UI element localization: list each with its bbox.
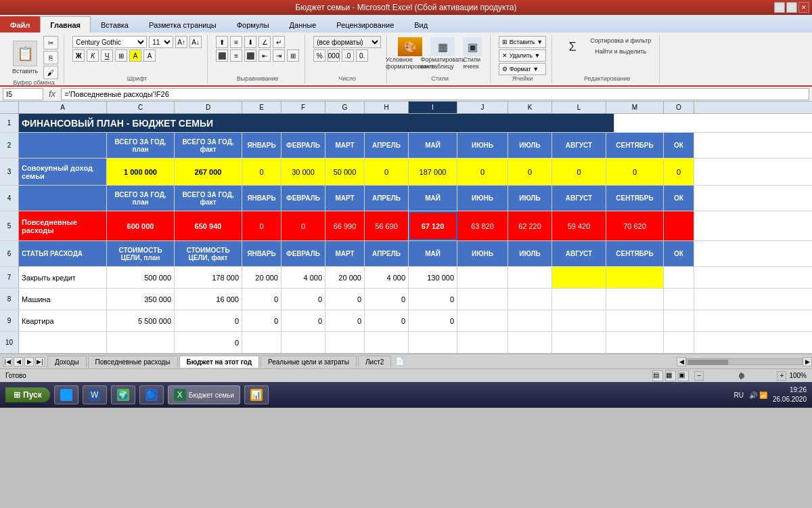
cell-k7[interactable] — [508, 267, 552, 288]
cell-k5[interactable]: 62 220 — [508, 211, 552, 240]
delete-cell-btn[interactable]: ✕ Удалить ▼ — [499, 49, 546, 62]
borders-btn[interactable]: ⊞ — [115, 49, 127, 62]
col-f-header[interactable]: F — [281, 102, 325, 113]
find-select-btn[interactable]: Найти и выделить — [587, 47, 654, 56]
cell-f5[interactable]: 0 — [281, 211, 325, 240]
cell-f10[interactable] — [281, 332, 325, 353]
format-as-table-btn[interactable]: ▦ Форматировать как таблицу — [428, 36, 457, 71]
cell-j5[interactable]: 63 820 — [457, 211, 508, 240]
cell-j8[interactable] — [457, 289, 508, 310]
cell-k6[interactable]: ИЮЛЬ — [508, 241, 552, 266]
cell-i8[interactable]: 0 — [409, 289, 457, 310]
horizontal-scrollbar[interactable]: ◀ ▶ — [677, 357, 812, 366]
cell-e5[interactable]: 0 — [242, 211, 281, 240]
cell-e4[interactable]: ЯНВАРЬ — [242, 186, 281, 211]
sheet-tab-sheet2[interactable]: Лист2 — [358, 356, 391, 368]
cell-n6[interactable]: ОК — [664, 241, 694, 266]
cell-k4[interactable]: ИЮЛЬ — [508, 186, 552, 211]
cell-g5[interactable]: 66 990 — [325, 211, 365, 240]
cell-d3[interactable]: 267 000 — [175, 158, 242, 185]
cell-e9[interactable]: 0 — [242, 310, 281, 331]
cell-d2[interactable]: ВСЕГО ЗА ГОД, факт — [175, 133, 242, 158]
cell-m5[interactable]: 70 620 — [606, 211, 664, 240]
cell-c8[interactable]: 350 000 — [107, 289, 175, 310]
cell-l10[interactable] — [552, 332, 606, 353]
sheet-tab-goals[interactable]: Реальные цели и затраты — [261, 356, 357, 368]
cell-d4[interactable]: ВСЕГО ЗА ГОД, факт — [175, 186, 242, 211]
cell-h7[interactable]: 4 000 — [365, 267, 409, 288]
sheet-last-btn[interactable]: ▶| — [35, 357, 45, 366]
tab-insert[interactable]: Вставка — [91, 16, 139, 33]
cell-g9[interactable]: 0 — [325, 310, 365, 331]
zoom-out-btn[interactable]: − — [694, 371, 704, 381]
col-l-header[interactable]: L — [552, 102, 606, 113]
cell-c5[interactable]: 600 000 — [107, 211, 175, 240]
cell-c7[interactable]: 500 000 — [107, 267, 175, 288]
cell-j10[interactable] — [457, 332, 508, 353]
cell-m4[interactable]: СЕНТЯБРЬ — [606, 186, 664, 211]
cell-a6[interactable]: СТАТЬЯ РАСХОДА — [19, 241, 107, 266]
increase-indent-btn[interactable]: ⇥ — [273, 49, 285, 62]
cell-m3[interactable]: 0 — [606, 158, 664, 185]
cell-h10[interactable] — [365, 332, 409, 353]
tab-formulas[interactable]: Формулы — [227, 16, 279, 33]
align-center-btn[interactable]: ≡ — [230, 49, 242, 62]
window-controls[interactable]: ─ □ ✕ — [774, 2, 809, 13]
scroll-left-btn[interactable]: ◀ — [677, 357, 686, 366]
col-a-header[interactable]: A — [19, 102, 107, 113]
cell-d5[interactable]: 650 940 — [175, 211, 242, 240]
cell-j2[interactable]: ИЮНЬ — [457, 133, 508, 158]
cell-a3[interactable]: Совокупный доход семьи — [19, 158, 107, 185]
cell-j4[interactable]: ИЮНЬ — [457, 186, 508, 211]
cell-l7[interactable] — [552, 267, 606, 288]
cell-d7[interactable]: 178 000 — [175, 267, 242, 288]
cell-e10[interactable] — [242, 332, 281, 353]
cell-n7[interactable] — [664, 267, 694, 288]
cell-l5[interactable]: 59 420 — [552, 211, 606, 240]
col-k-header[interactable]: K — [508, 102, 552, 113]
cell-c2[interactable]: ВСЕГО ЗА ГОД, план — [107, 133, 175, 158]
format-cell-btn[interactable]: ⚙ Формат ▼ — [499, 63, 546, 75]
cell-i5[interactable]: 67 120 — [409, 211, 457, 240]
cell-i6[interactable]: МАЙ — [409, 241, 457, 266]
cell-a9[interactable]: Квартира — [19, 310, 107, 331]
tab-file[interactable]: Файл — [0, 16, 40, 33]
increase-decimal-btn[interactable]: .0 — [342, 49, 354, 62]
scroll-thumb[interactable] — [687, 360, 728, 365]
taskbar-app-app6[interactable]: 📊 — [244, 385, 269, 404]
percent-btn[interactable]: % — [313, 49, 325, 62]
cell-n8[interactable] — [664, 289, 694, 310]
cell-j6[interactable]: ИЮНЬ — [457, 241, 508, 266]
cell-l6[interactable]: АВГУСТ — [552, 241, 606, 266]
font-size-select[interactable]: 11 — [149, 36, 173, 48]
font-color-btn[interactable]: A — [143, 49, 156, 62]
cell-c9[interactable]: 5 500 000 — [107, 310, 175, 331]
decrease-indent-btn[interactable]: ⇤ — [258, 49, 271, 62]
cell-k2[interactable]: ИЮЛЬ — [508, 133, 552, 158]
cell-i7[interactable]: 130 000 — [409, 267, 457, 288]
cell-h6[interactable]: АПРЕЛЬ — [365, 241, 409, 266]
cell-j9[interactable] — [457, 310, 508, 331]
col-n-header[interactable]: O — [664, 102, 694, 113]
normal-view-btn[interactable]: ▤ — [652, 371, 663, 381]
cell-l4[interactable]: АВГУСТ — [552, 186, 606, 211]
cell-m10[interactable] — [606, 332, 664, 353]
cell-styles-btn[interactable]: ▣ Стили ячеек — [460, 36, 484, 71]
cell-a1[interactable]: ФИНАНСОВЫЙ ПЛАН - БЮДЖЕТ СЕМЬИ — [19, 114, 614, 132]
cell-l2[interactable]: АВГУСТ — [552, 133, 606, 158]
cell-g8[interactable]: 0 — [325, 289, 365, 310]
cell-k10[interactable] — [508, 332, 552, 353]
tab-page-layout[interactable]: Разметка страницы — [139, 16, 227, 33]
cell-i4[interactable]: МАЙ — [409, 186, 457, 211]
cell-d8[interactable]: 16 000 — [175, 289, 242, 310]
sort-filter-btn[interactable]: Сортировка и фильтр — [587, 36, 654, 45]
cell-m9[interactable] — [606, 310, 664, 331]
taskbar-app-excel[interactable]: X Бюджет семьи — [168, 385, 240, 404]
cell-h9[interactable]: 0 — [365, 310, 409, 331]
cell-a8[interactable]: Машина — [19, 289, 107, 310]
cell-e7[interactable]: 20 000 — [242, 267, 281, 288]
cell-i3[interactable]: 187 000 — [409, 158, 457, 185]
cell-e8[interactable]: 0 — [242, 289, 281, 310]
cell-g7[interactable]: 20 000 — [325, 267, 365, 288]
cell-h4[interactable]: АПРЕЛЬ — [365, 186, 409, 211]
